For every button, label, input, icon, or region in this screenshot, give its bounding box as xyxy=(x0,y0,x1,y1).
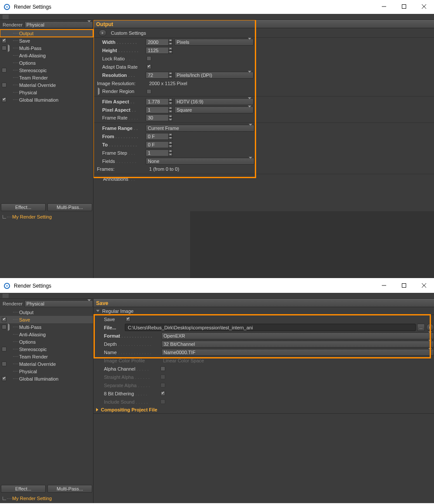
svg-point-1 xyxy=(6,6,8,8)
close-button[interactable] xyxy=(414,0,434,13)
minimize-button[interactable] xyxy=(374,279,394,292)
width-input[interactable]: 2000 xyxy=(146,39,173,46)
panel-header: Output xyxy=(93,20,434,28)
gripper-icon xyxy=(3,15,9,19)
regular-image-section[interactable]: Regular Image xyxy=(93,307,434,315)
settings-tree: Output Save Multi-Pass Anti-Aliasing Opt… xyxy=(0,30,93,202)
frame-rate-input[interactable]: 30 xyxy=(146,114,173,121)
renderer-dropdown[interactable]: Physical xyxy=(24,300,93,307)
fields-dropdown[interactable]: None xyxy=(146,158,254,165)
multipass-button[interactable]: Multi-Pass... xyxy=(47,203,92,211)
sidebar-item-team-render[interactable]: Team Render xyxy=(0,353,93,360)
effect-button[interactable]: Effect... xyxy=(1,485,46,493)
sidebar-item-stereoscopic[interactable]: Stereoscopic xyxy=(0,66,93,74)
sidebar-item-antialiasing[interactable]: Anti-Aliasing xyxy=(0,331,93,338)
image-resolution-value: 2000 x 1125 Pixel xyxy=(149,81,187,86)
sidebar-item-material-override[interactable]: Material Override xyxy=(0,360,93,368)
save-panel: Save Regular Image Save File... C:\Users… xyxy=(93,299,434,503)
expand-icon[interactable] xyxy=(8,44,10,52)
format-dropdown[interactable]: OpenEXR xyxy=(161,332,434,339)
sidebar-item-material-override[interactable]: Material Override xyxy=(0,81,93,89)
spinner-down-icon[interactable] xyxy=(168,42,173,46)
to-input[interactable]: 0 F xyxy=(146,141,173,148)
lock-ratio-checkbox[interactable] xyxy=(147,56,151,61)
film-aspect-input[interactable]: 1.778 xyxy=(146,98,173,105)
chevron-down-icon xyxy=(87,20,91,27)
film-aspect-preset-dropdown[interactable]: HDTV (16:9) xyxy=(174,98,254,105)
sidebar-item-global-illumination[interactable]: Global Illumination xyxy=(0,96,93,103)
pixel-aspect-preset-dropdown[interactable]: Square xyxy=(174,106,254,113)
sidebar-item-output[interactable]: Output xyxy=(0,308,93,316)
sidebar-item-stereoscopic[interactable]: Stereoscopic xyxy=(0,345,93,353)
path-menu-button[interactable] xyxy=(426,324,434,331)
sidebar: Renderer Physical Output Save Multi-Pas xyxy=(0,20,93,278)
frames-value: 1 (from 0 to 0) xyxy=(149,166,179,172)
minimize-button[interactable] xyxy=(374,0,394,13)
close-button[interactable] xyxy=(414,279,434,292)
chevron-right-icon xyxy=(96,408,98,411)
custom-settings-button[interactable] xyxy=(99,30,107,36)
custom-settings-label: Custom Settings xyxy=(111,30,146,36)
from-input[interactable]: 0 F xyxy=(146,133,173,140)
checkbox-icon[interactable] xyxy=(2,38,7,43)
depth-dropdown[interactable]: 32 Bit/Channel xyxy=(161,341,434,348)
height-input[interactable]: 1125 xyxy=(146,47,173,54)
svg-rect-3 xyxy=(402,5,406,9)
gripper-icon xyxy=(3,294,9,298)
include-sound-checkbox xyxy=(160,399,165,404)
frame-step-input[interactable]: 1 xyxy=(146,149,173,156)
frame-range-dropdown[interactable]: Current Frame xyxy=(146,125,254,132)
renderer-label: Renderer xyxy=(3,22,23,27)
multipass-button[interactable]: Multi-Pass... xyxy=(47,485,92,493)
sidebar-item-multipass[interactable]: Multi-Pass xyxy=(0,44,93,52)
resolution-unit-dropdown[interactable]: Pixels/Inch (DPI) xyxy=(174,72,254,79)
effect-button[interactable]: Effect... xyxy=(1,203,46,211)
sidebar: Renderer Physical Output Save Multi-Pas xyxy=(0,299,93,503)
menubar[interactable] xyxy=(0,14,434,20)
dithering-checkbox[interactable] xyxy=(160,391,165,396)
sidebar-item-physical[interactable]: Physical xyxy=(0,368,93,375)
sidebar-item-physical[interactable]: Physical xyxy=(0,89,93,96)
sidebar-item-team-render[interactable]: Team Render xyxy=(0,74,93,81)
alpha-channel-checkbox[interactable] xyxy=(160,366,165,371)
browse-button[interactable]: ... xyxy=(417,324,425,331)
spinner-up-icon[interactable] xyxy=(168,39,173,42)
sidebar-item-options[interactable]: Options xyxy=(0,59,93,66)
compositing-section[interactable]: Compositing Project File xyxy=(93,406,434,414)
resolution-input[interactable]: 72 xyxy=(146,72,173,79)
pixel-aspect-input[interactable]: 1 xyxy=(146,106,173,113)
titlebar[interactable]: Render Settings xyxy=(0,0,434,14)
checkbox-icon[interactable] xyxy=(2,83,7,87)
checkbox-icon[interactable] xyxy=(2,46,7,50)
sidebar-item-multipass[interactable]: Multi-Pass xyxy=(0,323,93,331)
expand-icon[interactable] xyxy=(98,87,100,95)
sidebar-item-output[interactable]: Output xyxy=(0,30,93,37)
window-title: Render Settings xyxy=(14,283,51,289)
sidebar-item-save[interactable]: Save xyxy=(0,37,93,44)
annotations-row[interactable]: Annotations . . . xyxy=(93,175,434,183)
name-dropdown[interactable]: Name0000.TIF xyxy=(161,349,434,356)
sidebar-item-antialiasing[interactable]: Anti-Aliasing xyxy=(0,52,93,59)
checkbox-icon[interactable] xyxy=(2,68,7,73)
maximize-button[interactable] xyxy=(394,279,414,292)
color-profile-value: Linear Color Space xyxy=(163,358,204,363)
app-icon xyxy=(3,3,10,10)
render-setting-row[interactable]: My Render Setting xyxy=(0,494,93,503)
sidebar-item-global-illumination[interactable]: Global Illumination xyxy=(0,375,93,382)
maximize-button[interactable] xyxy=(394,0,414,13)
save-checkbox[interactable] xyxy=(126,317,130,322)
file-path-input[interactable]: C:\Users\Rebus_Dirk\Desktop\compression\… xyxy=(125,324,416,331)
renderer-dropdown[interactable]: Physical xyxy=(24,21,93,28)
render-region-checkbox[interactable] xyxy=(147,89,151,94)
width-unit-dropdown[interactable]: Pixels xyxy=(174,39,254,46)
svg-rect-9 xyxy=(402,284,406,288)
render-settings-window-output: Render Settings Renderer Physical Output xyxy=(0,0,434,278)
menubar[interactable] xyxy=(0,293,434,299)
sidebar-item-save[interactable]: Save xyxy=(0,316,93,323)
checkbox-icon[interactable] xyxy=(2,97,7,102)
panel-header: Save xyxy=(93,299,434,307)
adapt-data-rate-checkbox[interactable] xyxy=(147,64,151,69)
render-setting-row[interactable]: My Render Setting xyxy=(0,212,93,222)
titlebar[interactable]: Render Settings xyxy=(0,279,434,293)
sidebar-item-options[interactable]: Options xyxy=(0,338,93,345)
